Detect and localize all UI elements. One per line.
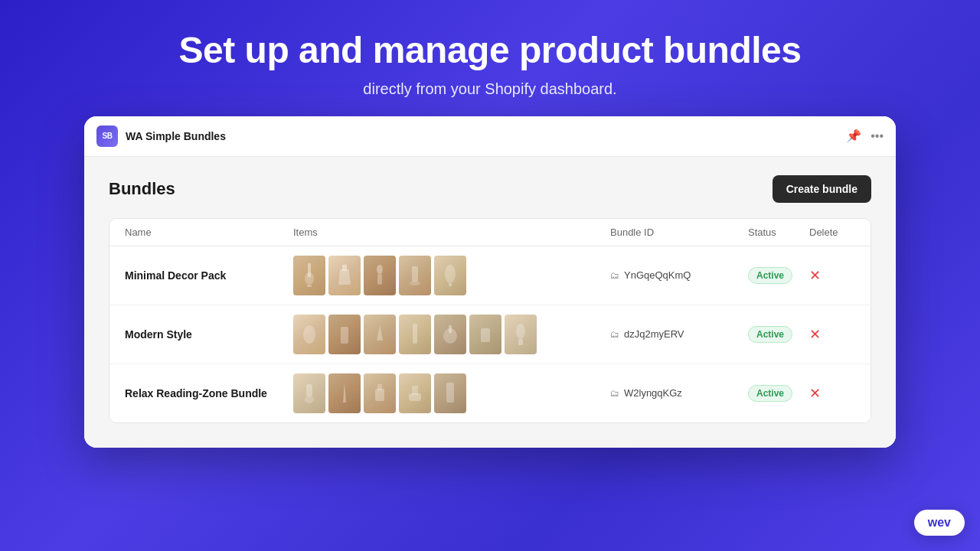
delete-cell: ✕	[809, 326, 855, 343]
delete-button[interactable]: ✕	[809, 267, 821, 284]
bundle-id-cell: 🗂 W2lyngqKGz	[610, 387, 748, 399]
svg-point-1	[305, 272, 314, 285]
bundle-id-value: YnGqeQqKmQ	[624, 269, 691, 281]
svg-rect-18	[306, 384, 312, 396]
bundle-name: Relax Reading-Zone Bundle	[125, 387, 293, 399]
item-thumb	[399, 315, 431, 354]
create-bundle-button[interactable]: Create bundle	[773, 175, 871, 203]
window-titlebar: SB WA Simple Bundles 📌 •••	[84, 116, 896, 157]
window-content: Bundles Create bundle Name Items Bundle …	[84, 157, 896, 448]
col-name: Name	[125, 227, 293, 238]
item-thumb	[434, 256, 466, 295]
bundle-id-value: dzJq2myERV	[624, 328, 684, 340]
svg-point-4	[377, 265, 383, 274]
col-status: Status	[748, 227, 809, 238]
col-items: Items	[293, 227, 610, 238]
svg-point-16	[516, 324, 525, 339]
svg-rect-12	[413, 324, 417, 344]
svg-rect-2	[307, 285, 312, 287]
items-grid	[293, 315, 610, 354]
bundle-id-value: W2lyngqKGz	[624, 387, 682, 399]
delete-button[interactable]: ✕	[809, 385, 821, 402]
delete-button[interactable]: ✕	[809, 326, 821, 343]
app-icon: SB	[96, 126, 118, 147]
svg-rect-21	[377, 384, 382, 390]
item-thumb	[505, 315, 537, 354]
svg-rect-23	[412, 386, 418, 395]
svg-point-8	[445, 265, 456, 283]
svg-rect-5	[377, 274, 382, 285]
svg-rect-15	[481, 328, 490, 342]
page-header: Bundles Create bundle	[109, 175, 871, 203]
pin-icon[interactable]: 📌	[846, 129, 861, 143]
svg-rect-14	[449, 325, 452, 333]
item-thumb	[293, 315, 325, 354]
item-thumb	[328, 315, 361, 354]
copy-icon: 🗂	[610, 329, 619, 340]
app-title: WA Simple Bundles	[126, 130, 838, 142]
table-header: Name Items Bundle ID Status Delete	[109, 219, 871, 246]
hero-subtitle: directly from your Shopify dashboard.	[179, 80, 802, 98]
item-thumb	[293, 373, 325, 413]
table-row: Modern Style	[109, 305, 871, 364]
svg-rect-11	[341, 327, 348, 344]
svg-rect-6	[412, 266, 418, 282]
delete-cell: ✕	[809, 267, 855, 284]
svg-point-19	[305, 396, 314, 403]
app-window: SB WA Simple Bundles 📌 ••• Bundles Creat…	[84, 116, 896, 448]
items-grid	[293, 256, 610, 295]
items-grid	[293, 373, 610, 413]
svg-rect-3	[342, 265, 347, 271]
svg-rect-17	[518, 339, 523, 345]
col-bundle-id: Bundle ID	[610, 227, 748, 238]
bundle-id-cell: 🗂 YnGqeQqKmQ	[610, 269, 748, 281]
item-thumb	[364, 315, 396, 354]
hero-title: Set up and manage product bundles	[179, 31, 802, 71]
more-icon[interactable]: •••	[871, 129, 884, 143]
bundle-id-cell: 🗂 dzJq2myERV	[610, 328, 748, 340]
item-thumb	[364, 373, 396, 413]
item-thumb	[328, 256, 361, 295]
table-row: Relax Reading-Zone Bundle	[109, 364, 871, 422]
titlebar-actions: 📌 •••	[846, 129, 884, 143]
item-thumb	[469, 315, 501, 354]
item-thumb	[364, 256, 396, 295]
status-badge: Active	[748, 267, 809, 284]
item-thumb	[399, 373, 431, 413]
status-badge: Active	[748, 385, 809, 402]
svg-rect-24	[446, 383, 454, 403]
svg-point-10	[303, 325, 315, 344]
hero-section: Set up and manage product bundles direct…	[179, 0, 802, 116]
col-delete: Delete	[809, 227, 855, 238]
delete-cell: ✕	[809, 385, 855, 402]
svg-rect-9	[449, 283, 452, 286]
item-thumb	[434, 315, 466, 354]
status-badge: Active	[748, 326, 809, 343]
copy-icon: 🗂	[610, 388, 619, 399]
bundles-table: Name Items Bundle ID Status Delete Minim…	[109, 218, 871, 423]
item-thumb	[328, 373, 361, 413]
item-thumb	[434, 373, 466, 413]
bundle-name: Minimal Decor Pack	[125, 269, 293, 282]
wev-badge: wev	[914, 510, 965, 536]
table-row: Minimal Decor Pack	[109, 246, 871, 305]
svg-point-7	[410, 281, 420, 285]
item-thumb	[293, 256, 325, 295]
bundle-name: Modern Style	[125, 328, 293, 341]
svg-rect-20	[375, 389, 384, 401]
item-thumb	[399, 256, 431, 295]
page-title: Bundles	[109, 179, 175, 199]
copy-icon: 🗂	[610, 270, 619, 281]
